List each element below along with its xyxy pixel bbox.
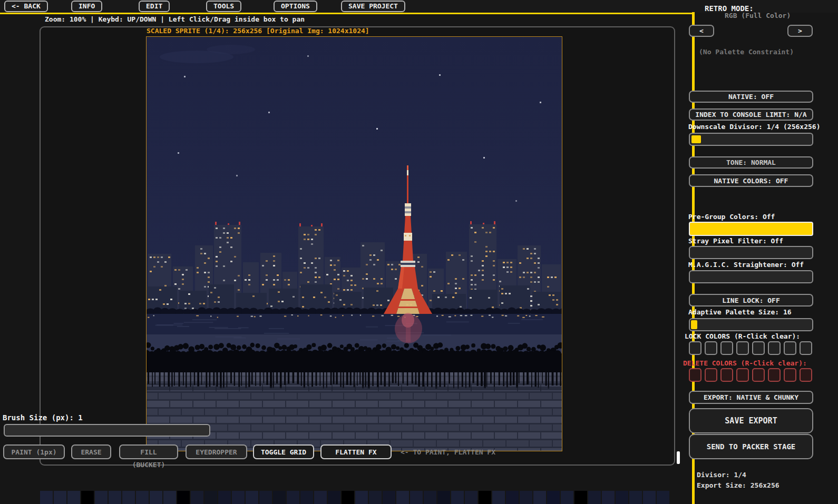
- palette-swatch[interactable]: [410, 491, 423, 504]
- delete-color-slot[interactable]: [705, 368, 717, 382]
- lock-color-slot[interactable]: [736, 341, 749, 355]
- palette-swatch[interactable]: [177, 491, 190, 504]
- tools-button[interactable]: TOOLS: [206, 1, 241, 12]
- scrollbar-thumb[interactable]: [677, 451, 680, 464]
- edit-button[interactable]: EDIT: [139, 1, 170, 12]
- palette-swatch[interactable]: [574, 491, 587, 504]
- lock-colors-label: LOCK COLORS (R-Click clear):: [685, 332, 800, 340]
- palette-swatch[interactable]: [40, 491, 53, 504]
- info-button[interactable]: INFO: [71, 1, 102, 12]
- lock-color-slot[interactable]: [800, 341, 812, 355]
- palette-swatch[interactable]: [342, 491, 354, 504]
- retro-mode-value: RGB (Full Color): [725, 12, 791, 19]
- native-colors-button[interactable]: NATIVE COLORS: OFF: [689, 174, 813, 187]
- delete-color-slot[interactable]: [720, 368, 733, 382]
- lock-color-slot[interactable]: [689, 341, 701, 355]
- back-button[interactable]: <- BACK: [4, 1, 48, 12]
- palette-swatch[interactable]: [259, 491, 272, 504]
- palette-swatch[interactable]: [643, 491, 656, 504]
- palette-swatch[interactable]: [150, 491, 162, 504]
- delete-color-slot[interactable]: [800, 368, 812, 382]
- palette-swatch[interactable]: [369, 491, 382, 504]
- brush-size-label: Brush Size (px): 1: [3, 413, 83, 422]
- delete-colors-label: DELETE COLORS (R-Click clear):: [683, 359, 807, 367]
- options-button[interactable]: OPTIONS: [274, 1, 317, 12]
- palette-prev-button[interactable]: <: [689, 25, 714, 37]
- eyedropper-button[interactable]: EYEDROPPER: [186, 444, 247, 459]
- palette-swatch[interactable]: [533, 491, 546, 504]
- palette-swatch[interactable]: [629, 491, 642, 504]
- palette-swatch[interactable]: [479, 491, 491, 504]
- palette-swatch[interactable]: [383, 491, 395, 504]
- slider-handle[interactable]: [691, 135, 701, 143]
- palette-swatch[interactable]: [396, 491, 409, 504]
- palette-swatch[interactable]: [191, 491, 203, 504]
- lock-color-slot[interactable]: [720, 341, 733, 355]
- native-toggle-button[interactable]: NATIVE: OFF: [689, 91, 813, 103]
- palette-swatch[interactable]: [424, 491, 436, 504]
- save-export-button[interactable]: SAVE EXPORT: [689, 408, 813, 433]
- toggle-grid-button[interactable]: TOGGLE GRID: [253, 444, 314, 459]
- paint-button[interactable]: PAINT (1px): [3, 444, 65, 459]
- palette-swatch[interactable]: [109, 491, 121, 504]
- delete-color-slot[interactable]: [736, 368, 749, 382]
- palette-swatch[interactable]: [67, 491, 80, 504]
- palette-swatch[interactable]: [437, 491, 450, 504]
- lock-color-slot[interactable]: [705, 341, 717, 355]
- line-lock-button[interactable]: LINE LOCK: OFF: [689, 294, 813, 307]
- stray-pixel-filter-toggle[interactable]: [689, 246, 813, 259]
- fill-button[interactable]: FILL (BUCKET): [119, 444, 178, 459]
- palette-swatch[interactable]: [602, 491, 615, 504]
- palette-swatch[interactable]: [287, 491, 299, 504]
- pre-group-colors-toggle[interactable]: [689, 222, 813, 236]
- palette-swatch[interactable]: [588, 491, 601, 504]
- index-console-limit-button[interactable]: INDEX TO CONSOLE LIMIT: N/A: [689, 108, 813, 121]
- palette-swatch[interactable]: [136, 491, 149, 504]
- palette-swatch[interactable]: [246, 491, 258, 504]
- palette-swatch[interactable]: [204, 491, 217, 504]
- delete-color-slot[interactable]: [689, 368, 701, 382]
- palette-swatch[interactable]: [314, 491, 327, 504]
- delete-color-slot[interactable]: [784, 368, 796, 382]
- palette-constraint-label: (No Palette Constraint): [699, 48, 794, 56]
- palette-swatch[interactable]: [492, 491, 505, 504]
- palette-swatch[interactable]: [616, 491, 628, 504]
- palette-swatch[interactable]: [95, 491, 108, 504]
- sprite-canvas[interactable]: [146, 36, 562, 451]
- palette-swatch[interactable]: [273, 491, 286, 504]
- palette-swatch[interactable]: [547, 491, 560, 504]
- save-project-button[interactable]: SAVE PROJECT: [341, 1, 405, 12]
- lock-color-slot[interactable]: [752, 341, 765, 355]
- palette-swatch[interactable]: [355, 491, 368, 504]
- palette-swatch[interactable]: [300, 491, 313, 504]
- delete-color-slot[interactable]: [768, 368, 781, 382]
- palette-swatch[interactable]: [561, 491, 573, 504]
- palette-swatch[interactable]: [163, 491, 176, 504]
- send-to-packer-button[interactable]: SEND TO PACKER STAGE: [689, 434, 813, 459]
- palette-swatch[interactable]: [218, 491, 231, 504]
- downscale-divisor-slider[interactable]: [689, 133, 813, 146]
- slider-handle[interactable]: [691, 320, 697, 329]
- tone-button[interactable]: TONE: NORMAL: [689, 156, 813, 169]
- export-mode-button[interactable]: EXPORT: NATIVE & CHUNKY: [689, 391, 813, 404]
- divisor-readout: Divisor: 1/4: [697, 471, 746, 479]
- palette-next-button[interactable]: >: [787, 25, 813, 37]
- delete-color-slot[interactable]: [752, 368, 765, 382]
- palette-swatch[interactable]: [465, 491, 478, 504]
- palette-swatch[interactable]: [81, 491, 94, 504]
- adaptive-palette-slider[interactable]: [689, 318, 813, 331]
- palette-swatch[interactable]: [451, 491, 464, 504]
- palette-swatch[interactable]: [328, 491, 340, 504]
- erase-button[interactable]: ERASE: [71, 444, 111, 459]
- brush-size-slider[interactable]: [4, 424, 210, 437]
- palette-swatch[interactable]: [506, 491, 519, 504]
- palette-swatch[interactable]: [54, 491, 66, 504]
- flatten-fx-button[interactable]: FLATTEN FX: [320, 444, 392, 459]
- palette-swatch[interactable]: [520, 491, 532, 504]
- palette-swatch[interactable]: [232, 491, 245, 504]
- lock-color-slot[interactable]: [784, 341, 796, 355]
- palette-swatch[interactable]: [657, 491, 669, 504]
- palette-swatch[interactable]: [122, 491, 135, 504]
- lock-color-slot[interactable]: [768, 341, 781, 355]
- magic-straightener-toggle[interactable]: [689, 270, 813, 283]
